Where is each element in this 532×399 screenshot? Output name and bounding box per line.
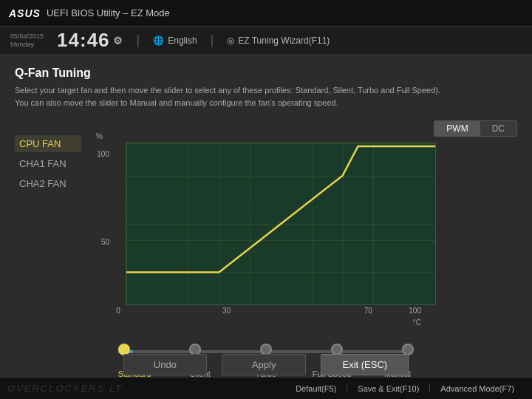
chart-area: PWM DC % 100 50 <box>96 120 517 378</box>
pwm-dc-toggle: PWM DC <box>434 120 517 137</box>
footer-bar: OVERCLOCKERS.LT Default(F5) Save & Exit(… <box>0 377 532 399</box>
ez-wizard-button[interactable]: ◎ EZ Tuning Wizard(F11) <box>227 35 330 46</box>
x-tick-100: 100 <box>406 307 421 315</box>
separator-1: | <box>137 33 140 48</box>
pwm-button[interactable]: PWM <box>434 121 480 136</box>
panel-description: Select your target fan and then move the… <box>15 84 443 109</box>
gear-icon[interactable]: ⚙ <box>113 35 123 47</box>
panel-body: CPU FAN CHA1 FAN CHA2 FAN PWM DC % 100 <box>15 120 517 378</box>
day-value: Monday <box>10 41 44 49</box>
main-content: Q-Fan Tuning Select your target fan and … <box>0 55 532 390</box>
footer-default-btn[interactable]: Default(F5) <box>285 384 347 393</box>
fan-item-cpu[interactable]: CPU FAN <box>15 135 81 152</box>
datetime-bar: 05/04/2015 Monday 14:46 ⚙ | 🌐 English | … <box>0 27 532 55</box>
header-title: UEFI BIOS Utility – EZ Mode <box>47 7 170 18</box>
chart-canvas <box>126 143 436 305</box>
date-value: 05/04/2015 <box>10 33 44 41</box>
date-block: 05/04/2015 Monday <box>10 33 44 49</box>
chart-wrapper: % 100 50 <box>96 143 517 378</box>
x-tick-70: 70 <box>361 307 375 315</box>
wizard-icon: ◎ <box>227 35 234 46</box>
panel-title: Q-Fan Tuning <box>15 66 517 80</box>
fan-curve-svg <box>126 143 435 304</box>
undo-button[interactable]: Undo <box>123 354 207 375</box>
y-tick-50: 50 <box>101 238 109 246</box>
footer-save-exit-btn[interactable]: Save & Exit(F10) <box>347 384 430 393</box>
language-label: English <box>168 35 197 46</box>
fan-list: CPU FAN CHA1 FAN CHA2 FAN <box>15 120 81 195</box>
grid-h-6 <box>126 304 435 305</box>
wizard-label: EZ Tuning Wizard(F11) <box>238 35 330 46</box>
fan-item-cha2[interactable]: CHA2 FAN <box>15 175 81 192</box>
separator-2: | <box>211 33 214 48</box>
time-display: 14:46 ⚙ <box>57 29 123 52</box>
apply-button[interactable]: Apply <box>222 354 307 375</box>
watermark: OVERCLOCKERS.LT <box>7 383 123 394</box>
dc-button[interactable]: DC <box>480 121 516 136</box>
slider-track <box>118 350 414 353</box>
exit-button[interactable]: Exit (ESC) <box>321 354 409 375</box>
header-bar: ASUS UEFI BIOS Utility – EZ Mode <box>0 0 532 27</box>
language-selector[interactable]: 🌐 English <box>153 35 197 46</box>
x-tick-30: 30 <box>219 307 234 315</box>
x-tick-0: 0 <box>111 307 126 315</box>
fan-item-cha1[interactable]: CHA1 FAN <box>15 155 81 172</box>
x-unit-label: °C <box>413 318 421 327</box>
bottom-bar: Undo Apply Exit (ESC) <box>0 354 532 375</box>
globe-icon: 🌐 <box>153 35 164 46</box>
y-axis-label: % <box>96 132 103 140</box>
y-tick-100: 100 <box>97 150 109 158</box>
asus-logo: ASUS <box>9 7 41 19</box>
grid-v-7 <box>435 143 436 304</box>
time-value: 14:46 <box>57 29 110 52</box>
footer-advanced-btn[interactable]: Advanced Mode(F7) <box>430 384 525 393</box>
